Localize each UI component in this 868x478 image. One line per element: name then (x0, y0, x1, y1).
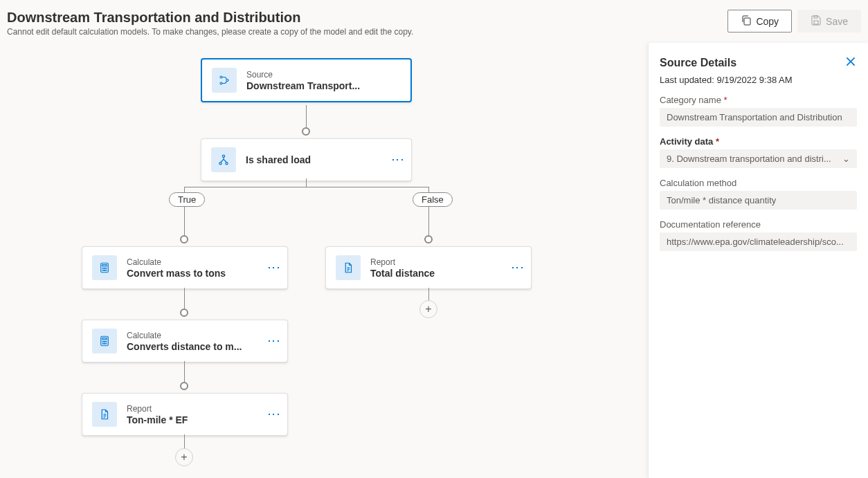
add-node-button[interactable]: + (419, 300, 437, 318)
svg-rect-2 (814, 16, 817, 18)
svg-point-7 (219, 163, 221, 165)
svg-point-19 (102, 341, 103, 342)
svg-point-16 (106, 270, 107, 270)
connector-line (184, 361, 185, 382)
node-type-label: Calculate (127, 257, 260, 267)
svg-rect-0 (744, 18, 750, 25)
details-panel: Source Details Last updated: 9/19/2022 9… (648, 43, 868, 478)
node-type-label: Report (127, 404, 260, 414)
method-field[interactable]: Ton/mile * distance quantity (660, 191, 857, 210)
node-label: Total distance (370, 268, 504, 279)
svg-rect-1 (814, 21, 818, 24)
svg-point-5 (226, 80, 228, 82)
method-label: Calculation method (660, 178, 857, 188)
condition-icon (211, 147, 236, 172)
svg-point-21 (106, 341, 107, 342)
category-field[interactable]: Downstream Transportation and Distributi… (660, 108, 857, 127)
save-button-label: Save (826, 16, 848, 27)
node-menu-button[interactable]: ⋮ (270, 332, 278, 350)
connector-dot[interactable] (180, 382, 188, 390)
category-label: Category name * (660, 95, 857, 105)
node-calculate[interactable]: Calculate Convert mass to tons ⋮ (82, 246, 288, 289)
copy-button[interactable]: Copy (727, 10, 792, 33)
node-label: Downstream Transport... (246, 80, 401, 91)
svg-rect-18 (102, 338, 107, 340)
activity-label: Activity data * (660, 136, 857, 147)
node-menu-button[interactable]: ⋮ (270, 259, 278, 277)
branch-true-label: True (169, 192, 205, 207)
doc-field[interactable]: https://www.epa.gov/climateleadership/sc… (660, 232, 857, 251)
node-report[interactable]: Report Ton-mile * EF ⋮ (82, 393, 288, 436)
save-button: Save (797, 10, 861, 33)
doc-label: Documentation reference (660, 219, 857, 230)
chevron-down-icon: ⌄ (842, 154, 850, 164)
node-label: Ton-mile * EF (127, 414, 260, 425)
node-menu-button[interactable]: ⋮ (270, 405, 278, 423)
close-icon (844, 55, 857, 68)
page-title: Downstream Transportation and Distributi… (7, 10, 727, 26)
svg-point-23 (104, 343, 105, 344)
report-icon (92, 402, 117, 427)
svg-point-6 (222, 155, 224, 157)
connector-line (184, 434, 185, 448)
report-icon (336, 255, 361, 280)
connector-dot[interactable] (180, 309, 188, 317)
source-icon (212, 68, 237, 93)
node-label: Converts distance to m... (127, 341, 260, 352)
svg-point-3 (220, 76, 222, 78)
node-source[interactable]: Source Downstream Transport... (201, 58, 412, 102)
connector-line (306, 105, 307, 127)
node-type-label: Source (246, 70, 401, 80)
svg-point-13 (106, 268, 107, 268)
connector-line (184, 187, 429, 187)
branch-false-label: False (413, 192, 453, 207)
svg-point-11 (102, 268, 103, 268)
connector-dot[interactable] (424, 235, 433, 243)
connector-dot[interactable] (302, 127, 310, 136)
copy-icon (741, 15, 752, 28)
svg-point-22 (102, 343, 103, 344)
node-menu-button[interactable]: ⋮ (394, 151, 401, 169)
connector-line (184, 288, 185, 309)
node-label: Is shared load (246, 154, 384, 165)
svg-point-4 (220, 82, 222, 84)
svg-point-14 (102, 270, 103, 270)
node-condition[interactable]: Is shared load ⋮ (201, 138, 412, 181)
node-type-label: Report (370, 257, 504, 267)
close-button[interactable] (844, 55, 857, 71)
svg-point-20 (104, 341, 105, 342)
last-updated-text: Last updated: 9/19/2022 9:38 AM (660, 75, 857, 85)
page-subtitle: Cannot edit default calculation models. … (7, 27, 727, 37)
node-calculate[interactable]: Calculate Converts distance to m... ⋮ (82, 320, 288, 362)
svg-point-15 (104, 270, 105, 270)
node-report[interactable]: Report Total distance ⋮ (325, 246, 532, 289)
connector-line (428, 288, 429, 300)
node-menu-button[interactable]: ⋮ (514, 259, 521, 277)
calculate-icon (92, 255, 117, 280)
svg-rect-10 (102, 265, 107, 266)
save-icon (811, 15, 822, 28)
svg-point-8 (226, 163, 228, 165)
svg-point-24 (106, 343, 107, 344)
activity-dropdown[interactable]: 9. Downstream transportation and distri.… (660, 149, 857, 168)
node-label: Convert mass to tons (127, 268, 260, 279)
connector-line (306, 178, 307, 187)
add-node-button[interactable]: + (175, 448, 193, 466)
svg-point-12 (104, 268, 105, 268)
calculate-icon (92, 329, 117, 353)
node-type-label: Calculate (127, 331, 260, 340)
panel-title: Source Details (660, 57, 736, 69)
copy-button-label: Copy (756, 16, 779, 27)
connector-dot[interactable] (180, 235, 188, 243)
